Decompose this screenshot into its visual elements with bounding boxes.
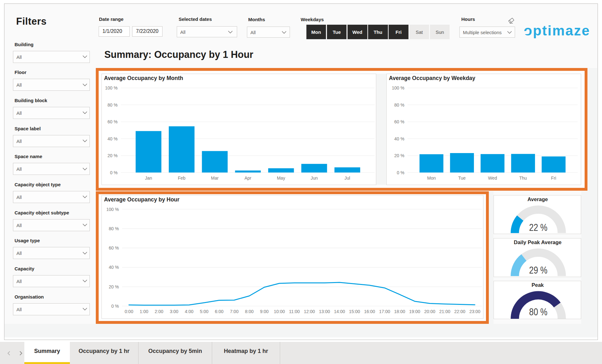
svg-text:80 %: 80 % (529, 306, 548, 317)
svg-text:1:00: 1:00 (140, 309, 148, 314)
svg-text:Feb: Feb (178, 176, 185, 181)
svg-text:6:00: 6:00 (215, 309, 224, 314)
svg-text:Mar: Mar (211, 176, 218, 181)
svg-text:20 %: 20 % (108, 153, 118, 158)
svg-text:16:00: 16:00 (364, 309, 375, 314)
svg-text:40 %: 40 % (394, 136, 404, 141)
svg-text:Wed: Wed (488, 176, 497, 181)
svg-text:0 %: 0 % (111, 304, 119, 309)
svg-text:100 %: 100 % (105, 85, 118, 90)
svg-text:19:00: 19:00 (409, 309, 420, 314)
svg-text:Average: Average (527, 196, 548, 202)
svg-text:Jul: Jul (345, 176, 350, 181)
svg-text:21:00: 21:00 (439, 309, 450, 314)
svg-text:60 %: 60 % (108, 119, 118, 124)
svg-text:8:00: 8:00 (245, 309, 254, 314)
svg-text:3:00: 3:00 (170, 309, 178, 314)
svg-text:80 %: 80 % (109, 226, 119, 231)
svg-text:15:00: 15:00 (349, 309, 360, 314)
svg-text:14:00: 14:00 (334, 309, 345, 314)
svg-text:Daily Peak Average: Daily Peak Average (514, 239, 562, 245)
svg-text:Average Occupancy by Month: Average Occupancy by Month (104, 75, 183, 81)
svg-text:Peak: Peak (531, 282, 544, 288)
svg-text:60 %: 60 % (109, 245, 119, 250)
svg-text:80 %: 80 % (394, 102, 404, 108)
svg-text:22 %: 22 % (529, 222, 548, 233)
svg-text:10:00: 10:00 (274, 309, 285, 314)
svg-text:2:00: 2:00 (155, 309, 163, 314)
svg-text:23:00: 23:00 (469, 309, 480, 314)
svg-text:60 %: 60 % (394, 119, 404, 124)
svg-text:Fri: Fri (551, 176, 556, 181)
svg-text:12:00: 12:00 (304, 309, 315, 314)
svg-text:7:00: 7:00 (230, 309, 238, 314)
svg-text:13:00: 13:00 (319, 309, 330, 314)
svg-text:18:00: 18:00 (394, 309, 405, 314)
svg-text:100 %: 100 % (392, 85, 404, 90)
svg-text:0:00: 0:00 (125, 309, 133, 314)
svg-text:22:00: 22:00 (454, 309, 465, 314)
svg-text:Apr: Apr (244, 176, 251, 181)
svg-text:20:00: 20:00 (424, 309, 435, 314)
svg-text:Jun: Jun (310, 176, 318, 181)
svg-text:Jan: Jan (145, 176, 152, 181)
svg-text:0 %: 0 % (397, 170, 404, 175)
svg-text:Average Occupancy by Hour: Average Occupancy by Hour (104, 196, 180, 203)
svg-text:5:00: 5:00 (200, 309, 208, 314)
svg-text:20 %: 20 % (394, 153, 404, 158)
svg-text:100 %: 100 % (106, 207, 119, 212)
svg-text:4:00: 4:00 (185, 309, 193, 314)
svg-text:40 %: 40 % (108, 136, 118, 141)
svg-text:May: May (277, 176, 285, 181)
svg-text:Tue: Tue (458, 176, 466, 181)
svg-text:Average Occupancy by Weekday: Average Occupancy by Weekday (389, 75, 476, 81)
svg-text:17:00: 17:00 (379, 309, 390, 314)
svg-text:9:00: 9:00 (260, 309, 268, 314)
svg-text:40 %: 40 % (109, 265, 119, 270)
svg-text:11:00: 11:00 (289, 309, 300, 314)
svg-text:Thu: Thu (519, 176, 527, 181)
svg-text:Mon: Mon (427, 176, 436, 181)
svg-text:29 %: 29 % (529, 264, 548, 275)
svg-text:20 %: 20 % (109, 284, 119, 289)
svg-text:0 %: 0 % (110, 170, 118, 175)
svg-text:80 %: 80 % (108, 102, 118, 108)
